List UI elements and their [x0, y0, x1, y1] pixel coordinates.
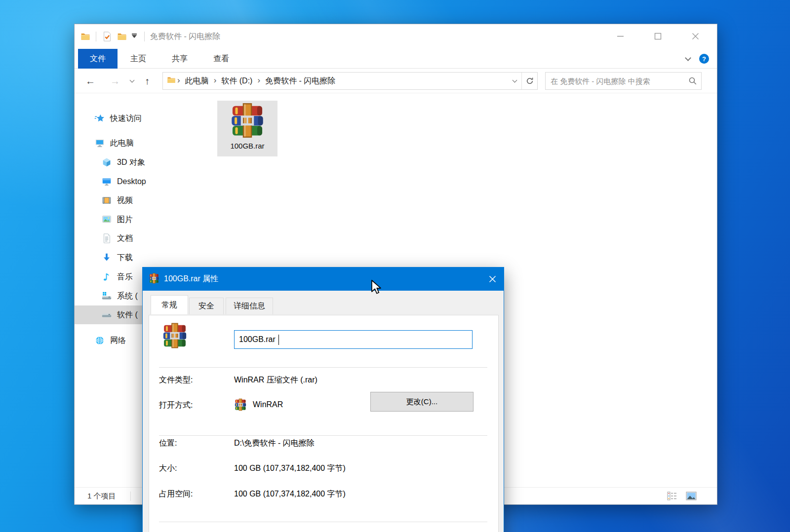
winrar-app-icon	[234, 398, 247, 413]
location-value: D:\免费软件 - 闪电擦除	[234, 438, 315, 449]
tab-view[interactable]: 查看	[200, 49, 242, 69]
minimize-button[interactable]	[609, 24, 631, 48]
breadcrumb-this-pc[interactable]: 此电脑	[182, 76, 212, 86]
desktop: 免费软件 - 闪电擦除 文件 主页 共享 查看 ?	[0, 0, 790, 532]
sidebar-item-label: 网络	[110, 336, 126, 346]
sidebar-item-label: 快速访问	[110, 114, 142, 124]
search-box	[545, 72, 702, 90]
tab-general[interactable]: 常规	[151, 295, 188, 314]
help-icon[interactable]: ?	[699, 54, 709, 64]
winrar-archive-icon	[149, 273, 159, 286]
sidebar-item-label: 软件 (	[117, 310, 138, 320]
tab-file[interactable]: 文件	[78, 49, 118, 69]
sidebar-item-label: 视频	[117, 195, 133, 206]
dialog-tab-strip: 常规 安全 详细信息	[143, 291, 504, 315]
breadcrumb-current-folder[interactable]: 免费软件 - 闪电擦除	[262, 76, 339, 86]
divider	[159, 522, 487, 522]
item-count-label: 1 个项目	[87, 492, 116, 501]
forward-button[interactable]: →	[108, 74, 122, 88]
download-arrow-icon	[101, 252, 112, 263]
divider	[144, 32, 145, 41]
sidebar-item-label: Desktop	[117, 177, 146, 186]
desktop-icon	[101, 176, 112, 187]
filename-input[interactable]	[234, 330, 473, 349]
sidebar-item-label: 文档	[117, 233, 133, 244]
qat-customize-caret-icon[interactable]	[132, 35, 137, 38]
winrar-archive-icon	[161, 322, 188, 351]
large-icons-view-icon[interactable]	[685, 491, 697, 503]
globe-icon	[94, 335, 105, 346]
size-label: 大小:	[159, 463, 177, 474]
breadcrumb-separator-icon: ›	[256, 76, 262, 86]
divider	[96, 32, 96, 41]
divider	[130, 492, 131, 501]
picture-icon	[101, 214, 112, 225]
window-folder-icon	[80, 32, 90, 41]
file-type-row: 文件类型: WinRAR 压缩文件 (.rar)	[149, 375, 498, 389]
sidebar-item-label: 此电脑	[110, 138, 134, 149]
dialog-close-button[interactable]	[481, 267, 504, 290]
computer-icon	[94, 138, 105, 149]
tab-details[interactable]: 详细信息	[226, 298, 273, 314]
recent-locations-chevron-icon[interactable]	[127, 74, 137, 88]
size-on-disk-label: 占用空间:	[159, 489, 193, 499]
divider	[159, 435, 487, 436]
ribbon-collapse-chevron-icon[interactable]	[685, 55, 691, 61]
file-type-value: WinRAR 压缩文件 (.rar)	[234, 375, 317, 385]
text-caret	[278, 335, 279, 345]
sidebar-item-3d-objects[interactable]: 3D 对象	[75, 153, 217, 172]
size-on-disk-value: 100 GB (107,374,182,400 字节)	[234, 489, 346, 499]
cube-icon	[101, 157, 112, 168]
sidebar-item-documents[interactable]: 文档	[75, 229, 217, 248]
opens-with-label: 打开方式:	[159, 400, 193, 411]
navigation-bar: ← → ↑ › 此电脑 › 软件 (D:) › 免费软件 - 闪电擦除	[75, 69, 717, 93]
sidebar-item-quick-access[interactable]: 快速访问	[75, 109, 217, 128]
address-dropdown-chevron-icon[interactable]	[508, 73, 521, 89]
refresh-icon[interactable]	[521, 73, 537, 89]
sidebar-item-desktop[interactable]: Desktop	[75, 172, 217, 191]
tab-share[interactable]: 共享	[159, 49, 200, 69]
tab-home[interactable]: 主页	[118, 49, 159, 69]
location-label: 位置:	[159, 438, 177, 449]
address-bar[interactable]: › 此电脑 › 软件 (D:) › 免费软件 - 闪电擦除	[162, 72, 538, 90]
search-input[interactable]	[546, 73, 701, 89]
window-title: 免费软件 - 闪电擦除	[150, 32, 220, 42]
music-note-icon	[101, 271, 112, 282]
properties-dialog: 100GB.rar 属性 常规 安全 详细信息 文件类型: WinRAR 压缩文…	[142, 267, 504, 532]
qat-properties-icon[interactable]	[102, 31, 113, 42]
size-value: 100 GB (107,374,182,400 字节)	[234, 463, 346, 474]
qat-new-folder-icon[interactable]	[117, 32, 127, 41]
window-controls	[609, 24, 706, 49]
title-bar[interactable]: 免费软件 - 闪电擦除	[75, 24, 717, 49]
breadcrumb-separator-icon: ›	[176, 76, 182, 86]
sidebar-item-label: 系统 (	[117, 291, 138, 302]
file-name-label: 100GB.rar	[230, 142, 264, 150]
change-button[interactable]: 更改(C)...	[370, 392, 474, 412]
address-folder-icon	[167, 76, 176, 86]
details-view-icon[interactable]	[667, 491, 677, 503]
winrar-archive-icon	[228, 102, 267, 141]
sidebar-item-downloads[interactable]: 下载	[75, 248, 217, 267]
tab-security[interactable]: 安全	[189, 298, 224, 314]
location-row: 位置: D:\免费软件 - 闪电擦除	[149, 438, 498, 452]
system-drive-icon	[101, 291, 112, 302]
sidebar-item-videos[interactable]: 视频	[75, 191, 217, 210]
breadcrumb-separator-icon: ›	[212, 76, 218, 86]
sidebar-item-label: 图片	[117, 215, 133, 225]
drive-icon	[101, 309, 112, 320]
up-button[interactable]: ↑	[140, 74, 155, 88]
dialog-title-bar[interactable]: 100GB.rar 属性	[143, 267, 504, 291]
maximize-button[interactable]	[647, 24, 669, 48]
dialog-title: 100GB.rar 属性	[164, 274, 218, 284]
sidebar-item-this-pc[interactable]: 此电脑	[75, 134, 217, 152]
back-button[interactable]: ←	[83, 74, 97, 88]
star-icon	[94, 113, 105, 124]
file-type-label: 文件类型:	[159, 375, 193, 385]
document-icon	[101, 233, 112, 244]
sidebar-item-pictures[interactable]: 图片	[75, 210, 217, 229]
breadcrumb-drive-d[interactable]: 软件 (D:)	[218, 76, 256, 86]
close-button[interactable]	[684, 24, 706, 48]
search-icon[interactable]	[688, 76, 697, 87]
mouse-cursor	[371, 280, 384, 295]
file-item-100gb-rar[interactable]: 100GB.rar	[217, 101, 277, 156]
